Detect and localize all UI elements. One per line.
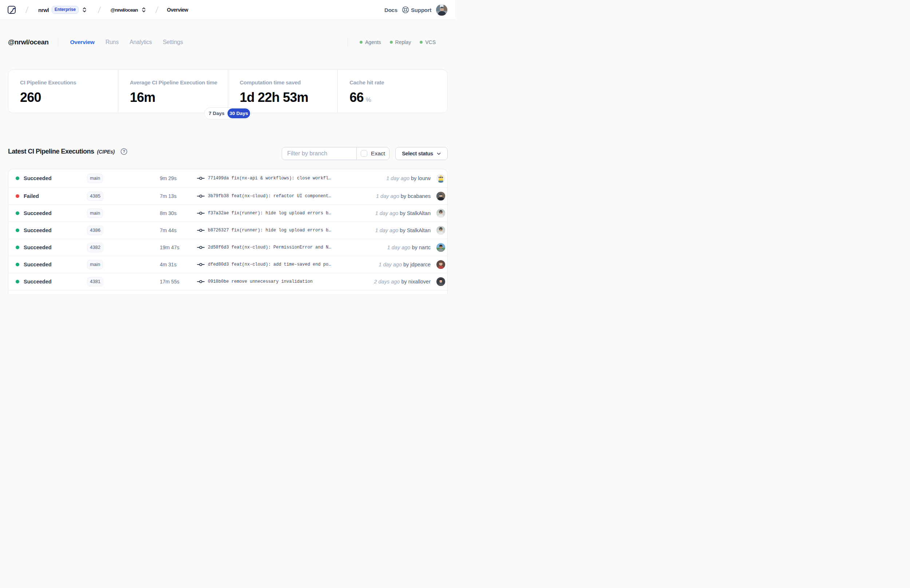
svg-text:?: ?	[123, 149, 125, 153]
